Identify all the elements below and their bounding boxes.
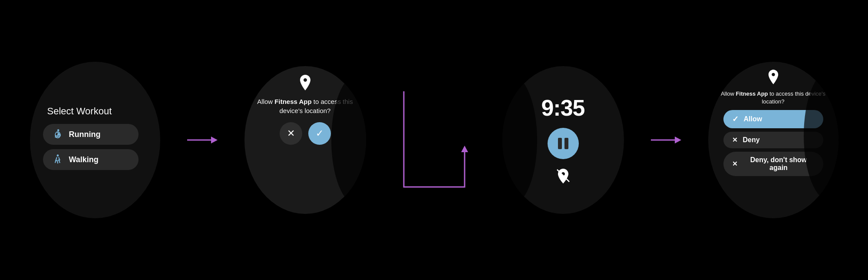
svg-marker-4 <box>211 137 218 143</box>
location-off-svg <box>555 168 571 183</box>
pause-icon <box>558 138 568 149</box>
svg-point-0 <box>57 129 59 131</box>
svg-marker-8 <box>675 137 681 143</box>
deny-x-icon: ✕ <box>732 136 738 144</box>
allow-check-icon: ✓ <box>732 114 739 124</box>
screen-title: Select Workout <box>43 106 112 117</box>
deny-button-small[interactable]: ✕ <box>280 122 302 145</box>
app-name-4: Fitness App <box>736 90 768 97</box>
workout-walking-label: Walking <box>69 155 99 164</box>
screen-running: 9:35 <box>502 66 624 214</box>
walking-icon <box>52 153 64 166</box>
svg-marker-5 <box>461 146 468 152</box>
screen-permission-expanded: Allow Fitness App to access this device'… <box>708 62 838 218</box>
arrow-2 <box>649 131 683 149</box>
main-container: Select Workout Running Walking <box>0 0 868 280</box>
overlay-right <box>331 75 366 205</box>
screen-select-workout: Select Workout Running Walking <box>30 62 160 218</box>
workout-item-walking[interactable]: Walking <box>43 149 139 170</box>
location-off-icon <box>555 168 571 185</box>
deny-noshow-x-icon: ✕ <box>732 160 738 168</box>
time-display: 9:35 <box>541 95 584 121</box>
deny-label: Deny <box>743 136 760 144</box>
arrow-1 <box>185 131 220 149</box>
workout-running-label: Running <box>69 130 101 139</box>
allow-button-small[interactable]: ✓ <box>308 122 331 145</box>
running-icon <box>52 128 64 140</box>
allow-label: Allow <box>744 115 762 123</box>
deny-noshow-label: Deny, don't show again <box>743 156 815 172</box>
flow-path-svg <box>391 65 478 215</box>
overlay-left-3 <box>502 75 537 205</box>
flow-connector <box>391 65 478 215</box>
location-pin-icon-4 <box>767 70 779 87</box>
location-pin-icon-2 <box>299 75 312 93</box>
permission-buttons: ✕ ✓ <box>280 122 331 145</box>
svg-point-2 <box>56 154 59 157</box>
workout-item-running[interactable]: Running <box>43 124 139 145</box>
pause-button[interactable] <box>548 128 579 159</box>
app-name-2: Fitness App <box>274 98 311 105</box>
screen-permission-small: Allow Fitness App to access this device'… <box>244 66 366 214</box>
